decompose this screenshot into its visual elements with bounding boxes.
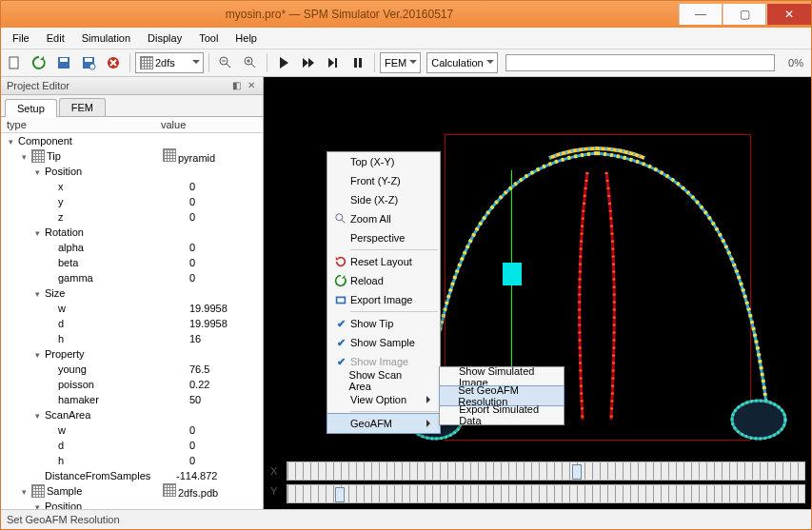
mode-dropdown[interactable]: FEM (380, 52, 421, 73)
tree-value: 19.9958 (189, 303, 228, 314)
panel-close-button[interactable]: ✕ (246, 80, 257, 91)
menu-item[interactable]: Show Scan Area (327, 371, 440, 390)
tree-toggle[interactable]: ▾ (33, 228, 42, 237)
menu-edit[interactable]: Edit (39, 30, 72, 46)
app-window: myosin.pro* — SPM Simulator Ver.20160517… (0, 0, 812, 530)
submenu-item[interactable]: Export Simulated Data (440, 405, 564, 424)
tree-row[interactable]: w19.9958 (1, 301, 263, 316)
context-menu[interactable]: Top (X-Y)Front (Y-Z)Side (X-Z)Zoom AllPe… (327, 151, 441, 434)
menu-simulation[interactable]: Simulation (74, 30, 138, 46)
tree-toggle[interactable]: ▾ (33, 411, 42, 420)
tree-body[interactable]: ▾Component▾Tippyramid▾Positionx0y0z0▾Rot… (1, 133, 263, 509)
tree-toggle[interactable]: ▾ (33, 289, 42, 298)
menu-display[interactable]: Display (140, 30, 189, 46)
tree-row[interactable]: young76.5 (1, 362, 263, 377)
tree-row[interactable]: ▾Tippyramid (1, 148, 263, 164)
tree-row[interactable]: ▾Position (1, 164, 263, 179)
tree-row[interactable]: ▾Property (1, 346, 263, 362)
method-dropdown[interactable]: 2dfs (135, 52, 204, 73)
tree-row[interactable]: x0 (1, 179, 263, 194)
tree-row[interactable]: DistanceFromSamples-114.872 (1, 468, 263, 483)
tree-row[interactable]: beta0 (1, 255, 263, 270)
zoom-in-button[interactable] (239, 51, 262, 74)
panel-float-button[interactable]: ◧ (230, 80, 242, 91)
tree-row[interactable]: d0 (1, 438, 263, 453)
menu-label: Reset Layout (350, 256, 412, 267)
tree-row[interactable]: ▾ScanArea (1, 407, 263, 422)
save-button[interactable] (52, 51, 75, 74)
menu-help[interactable]: Help (228, 30, 265, 46)
tree-row[interactable]: w0 (1, 422, 263, 438)
pause-button[interactable] (347, 51, 369, 74)
menu-label: Reload (350, 275, 384, 286)
tree-row[interactable]: z0 (1, 209, 263, 225)
tree-row[interactable]: hamaker50 (1, 392, 263, 407)
tree-value: 76.5 (189, 363, 209, 375)
menu-item[interactable]: Reset Layout (327, 252, 440, 271)
tree-label: w (58, 424, 66, 436)
3d-viewport[interactable]: Top (X-Y)Front (Y-Z)Side (X-Z)Zoom AllPe… (264, 77, 811, 461)
x-slider[interactable] (287, 461, 805, 481)
tree-toggle[interactable]: ▾ (20, 487, 29, 496)
tree-row[interactable]: h16 (1, 331, 263, 346)
calc-dropdown[interactable]: Calculation (426, 52, 497, 73)
new-button[interactable] (3, 51, 26, 74)
tree-value: 0 (189, 196, 195, 207)
tree-row[interactable]: ▾Rotation (1, 225, 263, 240)
menu-item[interactable]: Perspective (327, 228, 440, 247)
tree-row[interactable]: gamma0 (1, 270, 263, 285)
skip-button[interactable] (322, 51, 345, 74)
fast-button[interactable] (297, 51, 320, 74)
menu-item[interactable]: Zoom All (327, 209, 440, 228)
zoom-out-button[interactable] (214, 51, 237, 74)
menu-item[interactable]: Export Image (327, 290, 440, 309)
tree-toggle (47, 396, 55, 404)
tree-row[interactable]: y0 (1, 194, 263, 209)
close-project-button[interactable] (102, 51, 125, 74)
tree-toggle[interactable]: ▾ (33, 502, 42, 510)
tab-fem[interactable]: FEM (59, 98, 106, 116)
menu-item[interactable]: View Option (327, 390, 440, 409)
x-thumb[interactable] (572, 464, 582, 480)
tree-label: Property (45, 348, 85, 360)
tree-toggle[interactable]: ▾ (33, 167, 42, 176)
saveas-button[interactable] (77, 51, 100, 74)
maximize-button[interactable]: ▢ (723, 4, 765, 25)
tree-row[interactable]: poisson0.22 (1, 377, 263, 392)
reload-button[interactable] (28, 51, 50, 74)
menu-item[interactable]: GeoAFM (327, 413, 441, 434)
menu-tool[interactable]: Tool (191, 30, 226, 46)
col-type[interactable]: type (1, 117, 155, 132)
tree-row[interactable]: ▾Component (1, 133, 263, 148)
y-thumb[interactable] (335, 487, 345, 502)
context-submenu[interactable]: Show Simulated ImageSet GeoAFM Resolutio… (439, 366, 564, 425)
close-button[interactable]: ✕ (766, 4, 811, 25)
tree-row[interactable]: alpha0 (1, 240, 263, 255)
tab-setup[interactable]: Setup (5, 99, 57, 117)
menu-item[interactable]: Side (X-Z) (327, 190, 440, 209)
tree-toggle[interactable]: ▾ (20, 152, 29, 161)
method-label: 2dfs (155, 57, 175, 69)
menu-file[interactable]: File (5, 30, 37, 46)
menu-item[interactable]: Top (X-Y) (327, 152, 440, 171)
minimize-button[interactable]: — (679, 4, 722, 25)
menu-item[interactable]: ✔Show Sample (327, 333, 440, 352)
menu-item[interactable]: ✔Show Tip (327, 314, 440, 333)
tree-value: 0 (189, 257, 195, 268)
tree-toggle[interactable]: ▾ (33, 350, 42, 359)
menu-item[interactable]: Reload (327, 271, 440, 290)
y-slider[interactable] (287, 484, 805, 503)
play-button[interactable] (272, 51, 295, 74)
tree-label: Position (45, 501, 82, 509)
tree-row[interactable]: ▾Sample2dfs.pdb (1, 483, 263, 499)
menu-label: GeoAFM (350, 418, 392, 429)
tree-row[interactable]: ▾Position (1, 499, 263, 509)
submenu-item[interactable]: Show Simulated Image (440, 367, 564, 386)
tree-row[interactable]: ▾Size (1, 285, 263, 301)
menu-item[interactable]: Front (Y-Z) (327, 171, 440, 190)
tree-row[interactable]: d19.9958 (1, 316, 263, 331)
col-value[interactable]: value (155, 117, 263, 132)
tree-toggle[interactable]: ▾ (7, 137, 15, 146)
tree-value: pyramid (178, 152, 215, 164)
tree-row[interactable]: h0 (1, 453, 263, 468)
